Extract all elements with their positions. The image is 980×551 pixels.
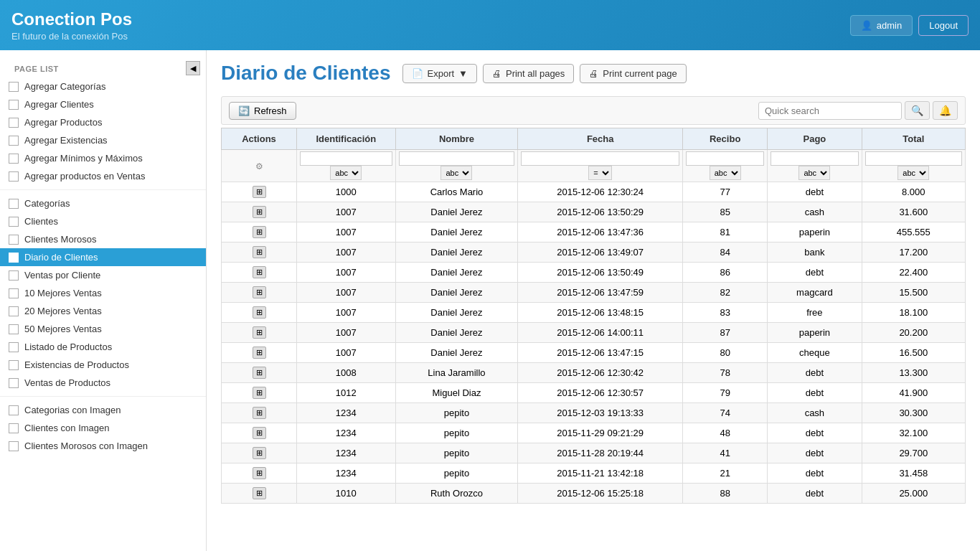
filter-pago[interactable] [771,151,858,166]
filter-id[interactable] [300,151,392,166]
sidebar-item-16[interactable]: Ventas de Productos [0,374,206,392]
cell-total: 41.900 [862,383,965,403]
sidebar-item-19[interactable]: Clientes Morosos con Imagen [0,437,206,455]
logout-button[interactable]: Logout [918,15,969,36]
row-action-button[interactable]: ⊞ [253,226,266,238]
col-header-id[interactable]: Identificación [297,128,396,150]
sidebar-item-14[interactable]: Listado de Productos [0,338,206,356]
cell-total: 30.300 [862,403,965,423]
col-header-fecha[interactable]: Fecha [518,128,683,150]
row-action-button[interactable]: ⊞ [253,206,266,218]
checkbox-icon [9,324,19,334]
cell-nombre: Daniel Jerez [395,263,518,283]
page-header: Diario de Clientes 📄 Export ▼ 🖨 Print al… [221,62,966,85]
app-subtitle: El futuro de la conexión Pos [11,31,132,42]
export-button[interactable]: 📄 Export ▼ [402,64,477,83]
sidebar-item-0[interactable]: Agregar Categorías [0,77,206,95]
cell-recibo: 77 [683,182,768,202]
cell-pago: cash [768,202,862,222]
filter-recibo[interactable] [686,151,764,166]
search-input[interactable] [758,102,902,120]
cell-pago: paperin [768,323,862,343]
cell-pago: debt [768,484,862,504]
col-header-recibo[interactable]: Recibo [683,128,768,150]
sidebar-item-6[interactable]: Categorías [0,194,206,212]
row-action-cell: ⊞ [222,484,297,504]
filter-total-type[interactable]: abc [897,166,929,180]
admin-button[interactable]: 👤 admin [850,15,913,36]
cell-pago: debt [768,423,862,443]
row-action-button[interactable]: ⊞ [253,367,266,379]
row-action-button[interactable]: ⊞ [253,427,266,439]
filter-options-icon: 🔔 [939,105,951,116]
content-area: Diario de Clientes 📄 Export ▼ 🖨 Print al… [207,50,980,551]
cell-fecha: 2015-12-06 12:30:57 [518,383,683,403]
row-action-button[interactable]: ⊞ [253,186,266,198]
checkbox-icon [9,199,19,209]
filter-total[interactable] [865,151,962,166]
sidebar-toggle[interactable]: ◀ [186,61,200,75]
cell-nombre: pepito [395,443,518,463]
filter-id-type[interactable]: abc [330,166,362,180]
col-header-nombre[interactable]: Nombre [395,128,518,150]
sidebar-item-11[interactable]: 10 Mejores Ventas [0,284,206,302]
row-action-button[interactable]: ⊞ [253,266,266,278]
checkbox-icon [9,270,19,281]
row-action-button[interactable]: ⊞ [253,447,266,459]
filter-pago-type[interactable]: abc [798,166,830,180]
row-action-button[interactable]: ⊞ [253,326,266,339]
filter-options-button[interactable]: 🔔 [933,101,958,120]
sidebar-item-10[interactable]: Ventas por Cliente [0,266,206,284]
cell-fecha: 2015-12-06 13:47:15 [518,343,683,363]
row-action-button[interactable]: ⊞ [253,306,266,319]
cell-id: 1007 [297,202,396,222]
row-action-button[interactable]: ⊞ [253,246,266,258]
row-action-button[interactable]: ⊞ [253,407,266,419]
sidebar-item-label: Clientes [24,216,58,227]
row-action-button[interactable]: ⊞ [253,387,266,399]
row-action-button[interactable]: ⊞ [253,347,266,359]
col-header-actions[interactable]: Actions [222,128,297,150]
cell-pago: debt [768,363,862,383]
sidebar-item-5[interactable]: Agregar productos en Ventas [0,167,206,185]
col-header-pago[interactable]: Pago [768,128,862,150]
sidebar-item-label: 10 Mejores Ventas [24,288,102,298]
cell-pago: bank [768,242,862,263]
sidebar-item-3[interactable]: Agregar Existencias [0,131,206,149]
row-action-button[interactable]: ⊞ [253,487,266,499]
filter-fecha[interactable] [521,151,679,166]
row-action-button[interactable]: ⊞ [253,467,266,479]
filter-nombre-type[interactable]: abc [440,166,472,180]
sidebar-item-1[interactable]: Agregar Clientes [0,95,206,113]
filter-recibo-type[interactable]: abc [710,166,741,180]
filter-nombre[interactable] [399,151,515,166]
sidebar-item-15[interactable]: Existencias de Productos [0,356,206,374]
row-action-button[interactable]: ⊞ [253,286,266,298]
table-row: ⊞1007Daniel Jerez2015-12-06 14:00:1187pa… [222,323,966,343]
cell-total: 32.100 [862,423,965,443]
checkbox-icon [9,342,19,352]
col-header-total[interactable]: Total [862,128,965,150]
checkbox-icon [9,118,19,128]
sidebar-item-13[interactable]: 50 Mejores Ventas [0,320,206,338]
sidebar-item-18[interactable]: Clientes con Imagen [0,419,206,437]
sidebar-item-17[interactable]: Categorias con Imagen [0,401,206,419]
print-all-button[interactable]: 🖨 Print all pages [483,64,574,83]
cell-nombre: Daniel Jerez [395,303,518,323]
filter-fecha-type[interactable]: = [588,166,612,180]
row-action-cell: ⊞ [222,383,297,403]
refresh-button[interactable]: 🔄 Refresh [229,102,296,120]
cell-pago: cash [768,403,862,423]
sidebar-item-12[interactable]: 20 Mejores Ventas [0,302,206,320]
sidebar-item-8[interactable]: Clientes Morosos [0,230,206,248]
app-header: Conection Pos El futuro de la conexión P… [0,0,980,50]
sidebar-item-7[interactable]: Clientes [0,212,206,230]
search-button[interactable]: 🔍 [905,101,930,120]
search-icon: 🔍 [911,105,923,116]
sidebar-item-2[interactable]: Agregar Productos [0,113,206,131]
sidebar-item-9[interactable]: Diario de Clientes [0,248,206,266]
print-current-button[interactable]: 🖨 Print current page [580,64,686,83]
cell-id: 1000 [297,182,396,202]
sidebar-item-4[interactable]: Agregar Mínimos y Máximos [0,149,206,167]
cell-recibo: 83 [683,303,768,323]
